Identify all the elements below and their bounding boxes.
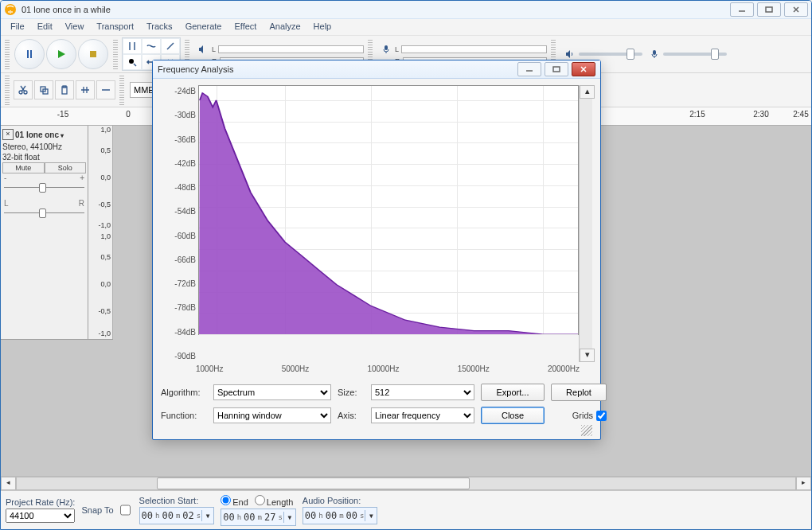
zoom-tool-icon[interactable]	[123, 54, 142, 70]
menu-help[interactable]: Help	[307, 19, 338, 35]
cut-icon[interactable]	[14, 80, 33, 99]
scroll-down-icon[interactable]: ▾	[580, 349, 595, 362]
spectrum-plot[interactable]	[198, 85, 579, 335]
end-radio[interactable]: End	[221, 495, 248, 507]
app-icon	[4, 3, 17, 16]
scroll-right-icon[interactable]: ▸	[796, 477, 811, 490]
selection-start-label: Selection Start:	[139, 496, 215, 505]
solo-button[interactable]: Solo	[45, 162, 87, 173]
output-volume[interactable]	[564, 49, 642, 60]
paste-icon[interactable]	[55, 80, 74, 99]
close-button[interactable]	[784, 2, 808, 17]
h-scrollbar[interactable]: ◂ ▸	[1, 476, 811, 490]
main-titlebar: 01 lone once in a while	[1, 1, 811, 19]
plot-y-axis: -24dB-30dB -36dB-42dB -48dB-54dB -60dB-6…	[161, 85, 198, 362]
selection-end-field[interactable]: 00h 00m 27s▾	[221, 509, 296, 526]
grids-checkbox[interactable]: Grids	[551, 411, 607, 421]
mic-icon	[649, 49, 660, 60]
track-bits: 32-bit float	[2, 152, 86, 162]
silence-icon[interactable]	[96, 80, 115, 99]
main-window: 01 lone once in a while File Edit View T…	[0, 0, 812, 530]
track-name-dropdown[interactable]: 01 lone onc	[15, 131, 86, 139]
dialog-close-button[interactable]	[572, 62, 595, 76]
copy-icon[interactable]	[34, 80, 53, 99]
length-radio[interactable]: Length	[255, 495, 294, 507]
selection-bar: Project Rate (Hz): 44100 Snap To Selecti…	[1, 490, 811, 529]
mute-button[interactable]: Mute	[2, 162, 45, 173]
ruler-label: 2:15	[689, 110, 705, 119]
gain-slider[interactable]	[4, 187, 84, 194]
toolbar-grip[interactable]	[113, 39, 118, 69]
dialog-titlebar[interactable]: Frequency Analysis	[153, 60, 600, 79]
maximize-button[interactable]	[757, 2, 781, 17]
track-vscale: 1,0 0,5 0,0 -0,5 -1,0 1,0 0,5 0,0 -0,5 -…	[88, 126, 113, 339]
input-volume[interactable]	[649, 49, 727, 60]
ruler-label: 0	[126, 110, 131, 119]
toolbar-grip[interactable]	[5, 39, 10, 69]
toolbar-grip[interactable]	[119, 75, 124, 105]
export-button[interactable]: Export...	[481, 384, 545, 401]
project-rate-label: Project Rate (Hz):	[6, 497, 75, 507]
envelope-tool-icon[interactable]	[142, 38, 161, 54]
menu-generate[interactable]: Generate	[179, 19, 228, 35]
frequency-analysis-dialog: Frequency Analysis -24dB-30dB -36dB-42dB…	[152, 60, 601, 440]
scroll-up-icon[interactable]: ▴	[580, 85, 595, 99]
window-buttons	[730, 2, 808, 17]
audio-position-field[interactable]: 00h 00m 00s▾	[303, 507, 378, 524]
pan-l: L	[4, 199, 9, 208]
menu-edit[interactable]: Edit	[31, 19, 59, 35]
selection-start-field[interactable]: 00h 00m 02s▾	[139, 507, 215, 524]
plot-x-axis: 1000Hz 5000Hz 10000Hz 15000Hz 20000Hz	[196, 362, 580, 378]
function-select[interactable]: Hanning window	[213, 407, 331, 423]
speaker-icon	[564, 49, 576, 60]
algorithm-label: Algorithm:	[161, 388, 207, 397]
pan-slider[interactable]	[4, 212, 84, 220]
selection-tool-icon[interactable]	[123, 38, 142, 54]
gain-minus: -	[4, 173, 6, 182]
ruler-label: 2:45	[793, 110, 808, 119]
algorithm-select[interactable]: Spectrum	[213, 384, 331, 400]
minimize-button[interactable]	[730, 2, 754, 17]
track-format: Stereo, 44100Hz	[2, 142, 86, 152]
draw-tool-icon[interactable]	[161, 38, 180, 54]
resize-grip-icon[interactable]	[581, 425, 592, 436]
ruler-label: 2:30	[753, 110, 768, 119]
axis-select[interactable]: Linear frequency	[371, 407, 474, 423]
size-select[interactable]: 512	[371, 384, 474, 400]
snap-to-label: Snap To	[81, 505, 113, 515]
pan-r: R	[79, 199, 84, 208]
menu-effect[interactable]: Effect	[228, 19, 264, 35]
project-rate-select[interactable]: 44100	[6, 509, 75, 523]
axis-label: Axis:	[338, 411, 365, 420]
svg-rect-5	[653, 50, 656, 55]
play-button[interactable]	[46, 39, 76, 69]
replot-button[interactable]: Replot	[551, 384, 607, 401]
menu-file[interactable]: File	[4, 19, 31, 35]
menu-analyze[interactable]: Analyze	[263, 19, 306, 35]
snap-to-checkbox[interactable]	[120, 503, 131, 517]
window-title: 01 lone once in a while	[21, 5, 111, 14]
dialog-maximize-button[interactable]	[545, 62, 568, 76]
toolbar-grip[interactable]	[5, 75, 10, 105]
scroll-left-icon[interactable]: ◂	[1, 477, 16, 490]
gain-plus: +	[80, 173, 84, 182]
stop-button[interactable]	[78, 39, 108, 69]
track-close-icon[interactable]: ×	[2, 129, 14, 140]
pause-button[interactable]	[14, 39, 45, 69]
plot-v-scrollbar[interactable]: ▴ ▾	[579, 85, 592, 362]
trim-icon[interactable]	[76, 80, 95, 99]
menu-view[interactable]: View	[59, 19, 91, 35]
track-panel: × 01 lone onc Stereo, 44100Hz 32-bit flo…	[1, 126, 88, 339]
menu-transport[interactable]: Transport	[90, 19, 140, 35]
scroll-thumb[interactable]	[157, 477, 470, 489]
dialog-minimize-button[interactable]	[517, 62, 541, 76]
function-label: Function:	[161, 411, 207, 420]
dialog-title: Frequency Analysis	[158, 64, 233, 74]
ruler-label: -15	[57, 110, 68, 119]
mic-icon	[380, 43, 392, 56]
audio-position-label: Audio Position:	[303, 496, 378, 505]
svg-point-3	[129, 59, 134, 64]
menu-tracks[interactable]: Tracks	[140, 19, 179, 35]
size-label: Size:	[338, 388, 365, 397]
close-dialog-button[interactable]: Close	[481, 407, 545, 424]
